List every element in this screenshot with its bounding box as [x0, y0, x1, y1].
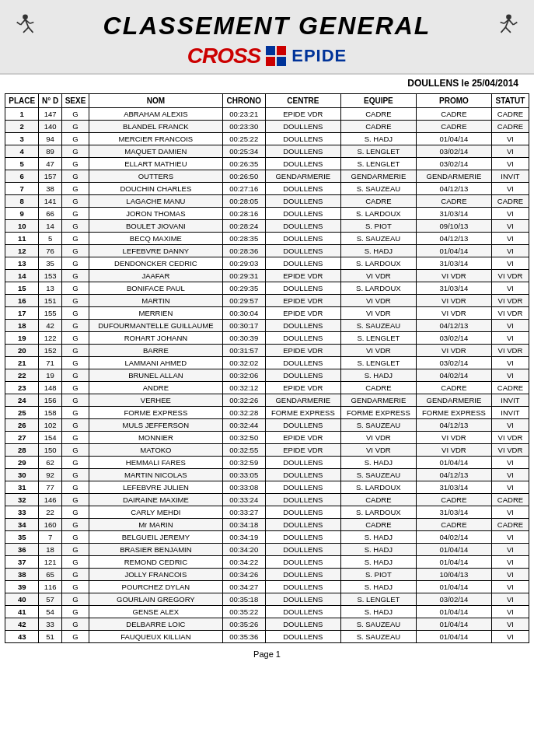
square-2: [277, 46, 286, 55]
cell-22-1: 148: [39, 382, 61, 394]
table-row: 4233GDELBARRE LOIC00:35:26DOULLENSS. SAU…: [5, 618, 529, 631]
cell-6-7: 04/12/13: [416, 183, 491, 195]
cell-11-3: LEFEBVRE DANNY: [89, 245, 222, 257]
cell-38-7: 01/04/14: [416, 581, 491, 593]
table-body: 1147GABRAHAM ALEXIS00:23:21EPIDE VDRCADR…: [5, 108, 529, 643]
cell-10-1: 5: [39, 233, 61, 245]
table-row: 357GBELGUEIL JEREMY00:34:19DOULLENSS. HA…: [5, 531, 529, 544]
cell-15-2: G: [61, 295, 89, 307]
cell-33-3: Mr MARIN: [89, 519, 222, 531]
cell-11-1: 76: [39, 245, 61, 257]
col-statut: STATUT: [491, 94, 529, 108]
cell-2-4: 00:25:22: [222, 133, 265, 145]
cell-13-0: 14: [5, 270, 39, 282]
cell-24-0: 25: [5, 407, 39, 419]
table-row: 14153GJAAFAR00:29:31EPIDE VDRVI VDRVI VD…: [5, 270, 529, 282]
cell-32-2: G: [61, 506, 89, 519]
cell-27-2: G: [61, 444, 89, 457]
cell-8-6: S. LARDOUX: [340, 208, 416, 220]
cell-27-1: 150: [39, 444, 61, 457]
cell-10-3: BECQ MAXIME: [89, 233, 222, 245]
col-equipe: EQUIPE: [340, 94, 416, 108]
cell-7-2: G: [61, 195, 89, 208]
cell-27-6: VI VDR: [340, 444, 416, 457]
cell-8-8: VI: [491, 208, 529, 220]
cell-5-4: 00:26:50: [222, 170, 265, 183]
cell-4-4: 00:26:35: [222, 158, 265, 170]
cell-39-2: G: [61, 593, 89, 606]
cell-14-0: 15: [5, 282, 39, 295]
cell-22-5: EPIDE VDR: [265, 382, 340, 394]
cell-29-6: S. SAUZEAU: [340, 469, 416, 481]
cell-15-3: MARTIN: [89, 295, 222, 307]
table-row: 115GBECQ MAXIME00:28:35DOULLENSS. SAUZEA…: [5, 233, 529, 245]
cell-39-7: 03/02/14: [416, 593, 491, 606]
cell-1-8: CADRE: [491, 121, 529, 133]
cell-30-2: G: [61, 481, 89, 494]
cell-33-6: CADRE: [340, 519, 416, 531]
cell-24-6: FORME EXPRESS: [340, 407, 416, 419]
cell-38-3: POURCHEZ DYLAN: [89, 581, 222, 593]
results-table-wrapper: PLACE N° D SEXE NOM CHRONO CENTRE EQUIPE…: [0, 93, 534, 643]
cell-1-6: CADRE: [340, 121, 416, 133]
cell-35-5: DOULLENS: [265, 544, 340, 556]
cell-17-8: VI: [491, 320, 529, 332]
cell-1-7: CADRE: [416, 121, 491, 133]
cell-13-8: VI VDR: [491, 270, 529, 282]
cell-42-4: 00:35:36: [222, 631, 265, 643]
cell-6-2: G: [61, 183, 89, 195]
cell-32-3: CARLY MEHDI: [89, 506, 222, 519]
cell-9-7: 09/10/13: [416, 220, 491, 233]
cell-24-7: FORME EXPRESS: [416, 407, 491, 419]
cell-6-4: 00:27:16: [222, 183, 265, 195]
cell-19-0: 20: [5, 345, 39, 357]
cell-42-6: S. SAUZEAU: [340, 631, 416, 643]
cell-40-5: DOULLENS: [265, 606, 340, 618]
cell-30-3: LEFEBVRE JULIEN: [89, 481, 222, 494]
cell-37-4: 00:34:26: [222, 569, 265, 581]
cell-13-6: VI VDR: [340, 270, 416, 282]
cell-26-4: 00:32:50: [222, 432, 265, 444]
cell-13-3: JAAFAR: [89, 270, 222, 282]
cell-34-5: DOULLENS: [265, 531, 340, 544]
cell-29-2: G: [61, 469, 89, 481]
cell-19-2: G: [61, 345, 89, 357]
cell-21-4: 00:32:06: [222, 369, 265, 382]
cell-31-1: 146: [39, 494, 61, 506]
cell-11-6: S. HADJ: [340, 245, 416, 257]
table-row: 4351GFAUQUEUX KILLIAN00:35:36DOULLENSS. …: [5, 631, 529, 643]
cell-3-7: 03/02/14: [416, 145, 491, 158]
cell-0-2: G: [61, 108, 89, 121]
cell-31-7: CADRE: [416, 494, 491, 506]
cell-15-5: EPIDE VDR: [265, 295, 340, 307]
cell-2-5: DOULLENS: [265, 133, 340, 145]
cell-5-7: GENDARMERIE: [416, 170, 491, 183]
col-place: PLACE: [5, 94, 39, 108]
cell-27-7: VI VDR: [416, 444, 491, 457]
table-row: 1014GBOULET JIOVANI00:28:24DOULLENSS. PI…: [5, 220, 529, 233]
cell-41-1: 33: [39, 618, 61, 631]
table-row: 17155GMERRIEN00:30:04EPIDE VDRVI VDRVI V…: [5, 307, 529, 320]
cell-18-7: 03/02/14: [416, 332, 491, 345]
svg-line-10: [501, 27, 505, 33]
col-promo: PROMO: [416, 94, 491, 108]
cell-34-3: BELGUEIL JEREMY: [89, 531, 222, 544]
cell-41-0: 42: [5, 618, 39, 631]
table-row: 25158GFORME EXPRESS00:32:28FORME EXPRESS…: [5, 407, 529, 419]
svg-line-3: [23, 27, 29, 33]
table-row: 26102GMULS JEFFERSON00:32:44DOULLENSS. S…: [5, 419, 529, 432]
col-nom: NOM: [89, 94, 222, 108]
cell-20-3: LAMMANI AHMED: [89, 357, 222, 369]
cell-17-4: 00:30:17: [222, 320, 265, 332]
cell-7-1: 141: [39, 195, 61, 208]
cell-26-2: G: [61, 432, 89, 444]
cell-40-8: VI: [491, 606, 529, 618]
cell-41-8: VI: [491, 618, 529, 631]
cell-17-1: 42: [39, 320, 61, 332]
cell-1-4: 00:23:30: [222, 121, 265, 133]
cell-9-5: DOULLENS: [265, 220, 340, 233]
cell-35-2: G: [61, 544, 89, 556]
cell-4-8: VI: [491, 158, 529, 170]
cell-2-6: S. HADJ: [340, 133, 416, 145]
col-centre: CENTRE: [265, 94, 340, 108]
